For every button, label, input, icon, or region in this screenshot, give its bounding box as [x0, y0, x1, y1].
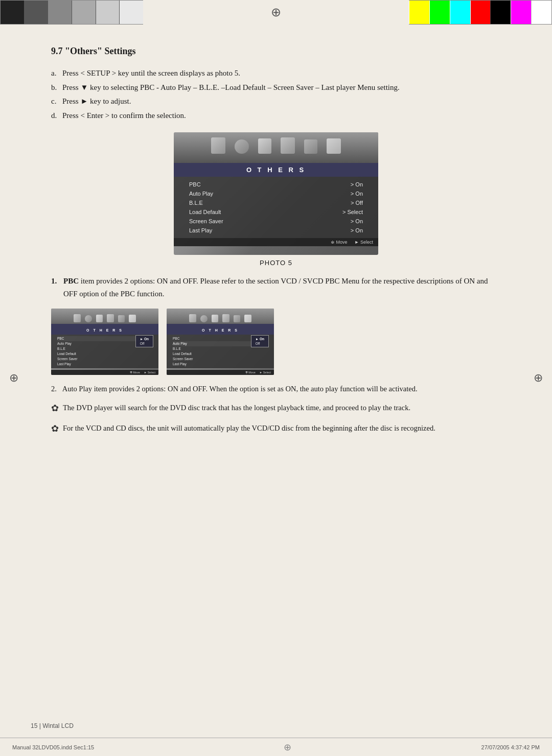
top-border-right — [409, 0, 552, 25]
small-popup-off-1: Off — [140, 341, 149, 346]
small-popup-on-1: ► On — [140, 337, 149, 341]
dvd-menu-item-loaddefault: Load Default — [189, 209, 221, 215]
dvd-icon-5 — [304, 139, 317, 154]
small-menu-title-1: O T H E R S — [86, 328, 123, 332]
num-2-label: 2. — [51, 385, 57, 393]
dvd-menu-row-screensaver: Screen Saver > On — [189, 217, 363, 226]
dvd-menu-row-pbc: PBC > On — [189, 180, 363, 189]
small-popup-1: ► On Off — [135, 335, 153, 347]
instruction-item-c: c. Press ► key to adjust. — [51, 95, 501, 108]
small-menu-bar-1: O T H E R S — [51, 324, 158, 335]
dvd-menu-item-ble: B.L.E — [189, 200, 203, 206]
section-title: 9.7 "Others" Settings — [51, 46, 501, 57]
small-dvd-top-2 — [167, 309, 274, 324]
main-dvd-screen: O T H E R S PBC > On Auto Play > On B.L.… — [174, 132, 378, 255]
note-icon-2: ✿ — [51, 421, 59, 437]
note-icon-1: ✿ — [51, 401, 59, 416]
small-footer-move-1: ≑ Move — [130, 371, 140, 374]
num-bold-1: PBC — [63, 277, 79, 285]
page-number: 15 | Wintal LCD — [31, 722, 74, 729]
top-border: ⊕ — [0, 0, 552, 25]
top-registration-mark: ⊕ — [143, 0, 409, 25]
dvd-icon-6 — [327, 138, 341, 154]
instruction-item-b: b. Press ▼ key to selecting PBC - Auto P… — [51, 81, 501, 94]
dvd-footer-select: ► Select — [355, 240, 373, 245]
dvd-menu-value-screensaver: > On — [351, 218, 363, 224]
num-2-text: Auto Play item provides 2 options: ON an… — [62, 385, 418, 393]
footer-right-text: 27/07/2005 4:37:42 PM — [481, 744, 540, 750]
note-text-1: The DVD player will search for the DVD d… — [63, 402, 410, 414]
small-screens-container: O T H E R S PBC Auto Play B.L.E Load Def… — [51, 309, 501, 375]
instruction-item-a: a. Press < SETUP > key until the screen … — [51, 67, 501, 80]
dvd-menu-title: O T H E R S — [246, 166, 306, 174]
dvd-menu-bar: O T H E R S — [174, 163, 378, 177]
dvd-icons — [211, 137, 341, 158]
dvd-icon-4 — [281, 137, 295, 154]
dvd-menu-value-lastplay: > On — [351, 227, 363, 233]
dvd-icon-1 — [211, 137, 225, 154]
small-footer-select-2: ► Select — [260, 371, 271, 374]
note-2: ✿ For the VCD and CD discs, the unit wil… — [51, 422, 501, 437]
dvd-menu-row-lastplay: Last Play > On — [189, 226, 363, 235]
small-footer-2: ≑ Move ► Select — [167, 370, 274, 375]
dvd-menu-item-lastplay: Last Play — [189, 227, 212, 233]
dvd-footer: ≑ Move ► Select — [174, 238, 378, 246]
small-row-screensaver-1: Screen Saver — [57, 357, 152, 362]
note-text-2: For the VCD and CD discs, the unit will … — [63, 422, 435, 435]
dvd-menu-item-pbc: PBC — [189, 181, 201, 187]
small-row-lastplay-1: Last Play — [57, 362, 152, 367]
small-row-loaddefault-1: Load Default — [57, 351, 152, 357]
photo-caption: PHOTO 5 — [51, 259, 501, 267]
numbered-item-1: 1. PBC item provides 2 options: ON and O… — [51, 275, 501, 300]
dvd-footer-move: ≑ Move — [331, 240, 348, 245]
small-footer-select-1: ► Select — [144, 371, 155, 374]
left-registration-mark: ⊕ — [9, 371, 18, 385]
dvd-menu-row-loaddefault: Load Default > Select — [189, 207, 363, 217]
instruction-label-c: c. — [51, 95, 62, 108]
small-menu-title-2: O T H E R S — [202, 328, 239, 332]
small-dvd-screen-2: O T H E R S PBC Auto Play B.L.E Load Def… — [167, 309, 274, 375]
right-registration-mark: ⊕ — [534, 371, 543, 385]
instruction-list: a. Press < SETUP > key until the screen … — [51, 67, 501, 122]
small-popup-2: ► On Off — [251, 335, 269, 347]
dvd-menu-item-screensaver: Screen Saver — [189, 218, 223, 224]
main-screenshot-container: O T H E R S PBC > On Auto Play > On B.L.… — [51, 132, 501, 255]
small-popup-on-2: ► On — [256, 337, 264, 341]
note-1: ✿ The DVD player will search for the DVD… — [51, 402, 501, 416]
instruction-label-a: a. — [51, 67, 62, 80]
dvd-menu-row-autoplay: Auto Play > On — [189, 189, 363, 198]
small-popup-off-2: Off — [256, 341, 264, 346]
dvd-menu-row-ble: B.L.E > Off — [189, 198, 363, 207]
bottom-border: Manual 32LDVD05.indd Sec1:15 ⊕ 27/07/200… — [0, 738, 552, 756]
dvd-icon-3 — [258, 138, 271, 154]
instruction-label-d: d. — [51, 109, 62, 123]
dvd-screen-top — [174, 132, 378, 163]
small-menu-bar-2: O T H E R S — [167, 324, 274, 335]
instruction-text-c: Press ► key to adjust. — [62, 95, 501, 108]
bottom-registration-mark: ⊕ — [284, 742, 291, 753]
dvd-menu-item-autoplay: Auto Play — [189, 191, 213, 197]
small-dvd-screen-1: O T H E R S PBC Auto Play B.L.E Load Def… — [51, 309, 158, 375]
page-num-text: 15 | Wintal LCD — [31, 722, 74, 729]
main-content: 9.7 "Others" Settings a. Press < SETUP >… — [31, 31, 521, 730]
dvd-menu-value-ble: > Off — [351, 200, 363, 206]
small-row-lastplay-2: Last Play — [173, 362, 268, 367]
num-content-1: PBC item provides 2 options: ON and OFF.… — [63, 275, 501, 300]
instruction-text-a: Press < SETUP > key until the screen dis… — [62, 67, 501, 80]
footer-left-text: Manual 32LDVD05.indd Sec1:15 — [12, 744, 94, 750]
dvd-menu-body: PBC > On Auto Play > On B.L.E > Off Load… — [174, 177, 378, 238]
small-row-screensaver-2: Screen Saver — [173, 357, 268, 362]
small-footer-move-2: ≑ Move — [245, 371, 256, 374]
num-text-1: item provides 2 options: ON and OFF. Ple… — [63, 277, 488, 298]
numbered-list: 1. PBC item provides 2 options: ON and O… — [51, 275, 501, 300]
small-row-loaddefault-2: Load Default — [173, 351, 268, 357]
dvd-menu-value-pbc: > On — [351, 181, 363, 187]
numbered-item-2: 2. Auto Play item provides 2 options: ON… — [51, 383, 501, 395]
instruction-item-d: d. Press < Enter > to confirm the select… — [51, 109, 501, 123]
small-dvd-top-1 — [51, 309, 158, 324]
top-border-left — [0, 0, 143, 25]
instruction-label-b: b. — [51, 81, 62, 94]
dvd-icon-2 — [235, 139, 249, 154]
instruction-text-b: Press ▼ key to selecting PBC - Auto Play… — [62, 81, 501, 94]
instruction-text-d: Press < Enter > to confirm the selection… — [62, 109, 501, 123]
